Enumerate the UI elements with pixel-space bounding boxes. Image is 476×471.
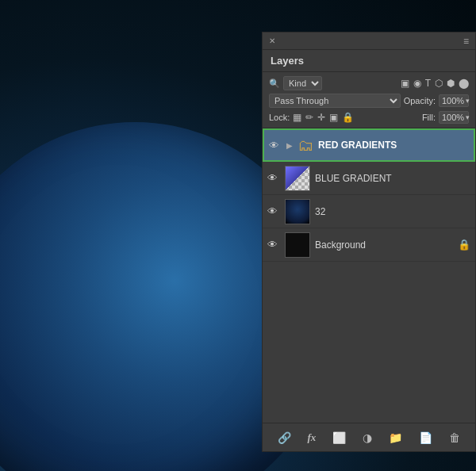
kind-icons: ▣ ◉ T ⬡ ⬢ ⬤ [401, 78, 469, 89]
smart-icon[interactable]: ⬢ [447, 78, 455, 89]
layer-name-background: Background [315, 239, 453, 251]
visibility-icon-32[interactable]: 👁 [267, 205, 280, 217]
pixel-icon[interactable]: ▣ [401, 78, 409, 89]
layer-item-blue-gradient[interactable]: 👁 BLUE GRADIENT [263, 162, 475, 195]
lock-artboard-icon[interactable]: ✛ [317, 112, 325, 123]
opacity-label: Opacity: [404, 96, 436, 105]
opacity-chevron: ▾ [466, 97, 470, 105]
lock-icons: ▦ ✏ ✛ ▣ 🔒 [293, 112, 354, 123]
kind-search: 🔍 Kind [269, 76, 397, 90]
new-layer-icon[interactable]: 📄 [419, 431, 432, 444]
blend-row: Pass Through Normal Multiply Screen Over… [269, 94, 469, 108]
folder-icon-red-gradients: 🗂 [298, 136, 313, 155]
fill-section: Fill: 100% ▾ [422, 111, 469, 124]
lock-pixels-icon[interactable]: ▦ [293, 112, 301, 123]
panel-title: Layers [271, 55, 304, 67]
layer-item-32[interactable]: 👁 32 [263, 195, 475, 228]
lock-position-icon[interactable]: ✏ [305, 112, 313, 123]
layers-list: 👁 ▶ 🗂 RED GRADIENTS 👁 BLUE GRADIENT 👁 32… [263, 128, 475, 423]
fill-value[interactable]: 100% ▾ [439, 111, 469, 124]
panel-footer: 🔗 fx ⬜ ◑ 📁 📄 🗑 [263, 423, 475, 451]
layer-name-blue-gradient: BLUE GRADIENT [315, 173, 470, 184]
panel-menu-icon[interactable]: ≡ [463, 36, 469, 47]
layer-thumb-32 [285, 199, 310, 224]
panel-title-row: Layers [263, 50, 475, 72]
lock-frame-icon[interactable]: ▣ [329, 112, 338, 123]
layer-item-background[interactable]: 👁 Background 🔒 [263, 228, 475, 262]
adjustment-layer-icon[interactable]: ◑ [363, 431, 372, 444]
expand-arrow-red-gradients[interactable]: ▶ [286, 141, 293, 150]
visibility-icon-background[interactable]: 👁 [267, 239, 280, 251]
kind-select[interactable]: Kind [283, 76, 322, 90]
visibility-icon-red-gradients[interactable]: 👁 [269, 140, 282, 151]
kind-row: 🔍 Kind ▣ ◉ T ⬡ ⬢ ⬤ [269, 76, 469, 90]
color-icon[interactable]: ⬤ [459, 78, 469, 89]
lock-all-icon[interactable]: 🔒 [342, 112, 354, 123]
panel-controls: 🔍 Kind ▣ ◉ T ⬡ ⬢ ⬤ Pass Through Normal M… [263, 72, 475, 128]
blend-mode-select[interactable]: Pass Through Normal Multiply Screen Over… [269, 94, 401, 108]
search-icon: 🔍 [269, 78, 280, 89]
fx-button[interactable]: fx [308, 431, 317, 444]
opacity-value[interactable]: 100% ▾ [439, 94, 469, 107]
fill-label: Fill: [422, 113, 436, 122]
add-mask-icon[interactable]: ⬜ [332, 431, 346, 444]
layer-thumb-blue-gradient [285, 166, 310, 191]
shape-icon[interactable]: ⬡ [435, 78, 443, 89]
visibility-icon-blue-gradient[interactable]: 👁 [267, 172, 280, 184]
layer-name-32: 32 [315, 206, 470, 217]
layer-lock-icon-background: 🔒 [458, 239, 470, 251]
delete-layer-icon[interactable]: 🗑 [449, 431, 460, 444]
layer-item-red-gradients[interactable]: 👁 ▶ 🗂 RED GRADIENTS [263, 128, 475, 162]
layer-thumb-background [285, 232, 310, 258]
lock-fill-row: Lock: ▦ ✏ ✛ ▣ 🔒 Fill: 100% ▾ [269, 111, 469, 124]
layer-name-red-gradients: RED GRADIENTS [318, 140, 469, 151]
lock-label: Lock: [269, 113, 290, 122]
type-icon[interactable]: T [425, 78, 431, 89]
fill-chevron: ▾ [466, 113, 470, 121]
adjustment-icon[interactable]: ◉ [413, 78, 421, 89]
panel-titlebar: ✕ ≡ [263, 33, 475, 50]
new-group-icon[interactable]: 📁 [389, 431, 402, 444]
panel-close-button[interactable]: ✕ [269, 36, 275, 45]
link-icon[interactable]: 🔗 [278, 431, 291, 444]
layers-panel: ✕ ≡ Layers 🔍 Kind ▣ ◉ T ⬡ ⬢ ⬤ [262, 32, 476, 452]
